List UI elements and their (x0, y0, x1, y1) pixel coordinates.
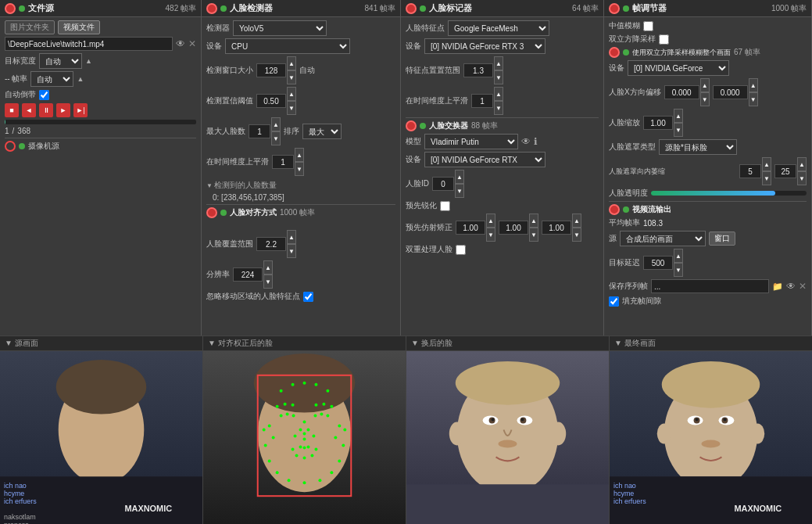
marker-feature-up[interactable]: ▲ (494, 56, 503, 70)
detector-threshold-input[interactable] (256, 94, 286, 108)
align-coverage-input[interactable] (256, 237, 286, 251)
marker-power-btn[interactable] (406, 3, 417, 14)
adjuster-offsety-down[interactable]: ▼ (749, 92, 758, 106)
adjuster-facescale-up[interactable]: ▲ (674, 109, 683, 123)
exchanger-morph1-input[interactable] (456, 221, 485, 235)
adjuster-erode-up[interactable]: ▲ (762, 157, 771, 171)
source-autoloop-checkbox[interactable] (39, 90, 49, 100)
detector-threshold-up[interactable]: ▲ (287, 87, 296, 101)
align-resolution-up[interactable]: ▲ (263, 260, 273, 275)
align-resolution-down[interactable]: ▼ (263, 275, 273, 289)
detector-power-btn[interactable] (206, 3, 217, 14)
marker-feature-input[interactable] (463, 63, 493, 77)
exchanger-power-btn[interactable] (406, 120, 417, 131)
exchanger-info-icon[interactable]: ℹ (534, 136, 538, 147)
stream-power-btn[interactable] (609, 204, 620, 215)
align-ignore-checkbox[interactable] (303, 292, 313, 302)
adjuster-masktype-select[interactable]: 源脸*目标脸 (659, 139, 737, 155)
align-coverage-up[interactable]: ▲ (287, 230, 296, 244)
adjuster-facescale-down[interactable]: ▼ (674, 123, 683, 137)
adjuster-erode-down[interactable]: ▼ (762, 171, 771, 185)
source-tab-images[interactable]: 图片文件夹 (5, 20, 55, 34)
adjuster-blur-input[interactable] (774, 164, 796, 178)
adjuster-power-btn[interactable] (609, 3, 620, 14)
source-eye-icon[interactable]: 👁 (176, 38, 185, 49)
detector-maxfaces-input[interactable] (249, 124, 270, 138)
align-coverage-down[interactable]: ▼ (287, 244, 296, 258)
exchanger-morph2-up[interactable]: ▲ (529, 214, 538, 228)
exchanger-morph3-input[interactable] (542, 221, 571, 235)
adjuster-device-select[interactable]: [0] NVIDIA GeForce (628, 60, 729, 76)
detector-device-select[interactable]: CPU (225, 38, 350, 54)
adjuster-offsetx-down[interactable]: ▼ (700, 92, 710, 106)
exchanger-morph2-down[interactable]: ▼ (529, 228, 538, 242)
stream-window-btn[interactable]: 窗口 (709, 231, 735, 246)
source-tab-video[interactable]: 视频文件 (58, 20, 100, 34)
stream-fillgaps-checkbox[interactable] (609, 296, 619, 307)
exchanger-sharpen-checkbox[interactable] (440, 201, 450, 211)
exchanger-faceid-up[interactable]: ▲ (455, 170, 464, 184)
marker-landmark-select[interactable]: Google FaceMesh (448, 20, 549, 36)
align-power-btn[interactable] (206, 207, 217, 218)
detector-count-section[interactable]: 检测到的人脸数量 (206, 178, 395, 192)
exchanger-morph3-up[interactable]: ▲ (572, 214, 581, 228)
source-power-btn[interactable] (5, 3, 16, 14)
detector-threshold-down[interactable]: ▼ (287, 101, 296, 115)
adjuster-bilateral-checkbox[interactable] (659, 34, 669, 45)
marker-feature-down[interactable]: ▼ (494, 70, 503, 84)
source-close-icon[interactable]: ✕ (188, 38, 196, 49)
adjuster-median-checkbox[interactable] (643, 21, 653, 31)
detector-select[interactable]: YoloV5 (233, 20, 327, 36)
exchanger-faceid-input[interactable] (432, 177, 454, 191)
source-btn-play[interactable]: ► (56, 103, 70, 117)
marker-device-select[interactable]: [0] NVIDIA GeForce RTX 3 (424, 38, 546, 54)
exchanger-faceid-down[interactable]: ▼ (455, 184, 464, 198)
stream-folder-icon[interactable]: 📁 (772, 282, 783, 292)
exchanger-morph3-down[interactable]: ▼ (572, 228, 581, 242)
source-target-width-select[interactable]: 自动 (39, 53, 82, 69)
detector-sort-select[interactable]: 最大 (302, 124, 342, 139)
source-btn-prev[interactable]: ◄ (22, 103, 36, 117)
adjuster-erode-input[interactable] (739, 164, 761, 178)
stream-source-select[interactable]: 合成后的画面 (620, 231, 706, 246)
exchanger-dual-checkbox[interactable] (456, 245, 466, 255)
stream-delay-down[interactable]: ▼ (674, 263, 683, 277)
adjuster-opacity-slider[interactable] (651, 191, 807, 196)
source-btn-stop[interactable]: ■ (5, 103, 19, 117)
exchanger-eye-icon[interactable]: 👁 (521, 136, 531, 147)
source-progress-bar[interactable] (5, 120, 196, 124)
stream-delay-up[interactable]: ▲ (674, 249, 683, 263)
marker-smooth-input[interactable] (471, 94, 493, 108)
detector-smooth-input[interactable] (272, 155, 294, 169)
stream-delay-input[interactable] (643, 256, 673, 270)
camera-power-btn[interactable] (5, 141, 16, 152)
stream-savepath-input[interactable] (651, 279, 769, 293)
source-fps-select[interactable]: 自动 (30, 71, 73, 87)
exchanger-device-select[interactable]: [0] NVIDIA GeForce RTX (424, 152, 546, 167)
exchanger-morph2-input[interactable] (499, 221, 528, 235)
adjuster-blur-up[interactable]: ▲ (797, 157, 807, 171)
stream-close-icon[interactable]: ✕ (799, 281, 807, 292)
stream-eye-icon[interactable]: 👁 (786, 281, 796, 292)
detector-smooth-up[interactable]: ▲ (295, 148, 304, 162)
detector-window-down[interactable]: ▼ (287, 70, 296, 84)
marker-smooth-up[interactable]: ▲ (494, 87, 503, 101)
detector-window-input[interactable] (256, 63, 286, 77)
detector-maxfaces-up[interactable]: ▲ (271, 117, 281, 131)
adjuster-blur-down[interactable]: ▼ (797, 171, 807, 185)
source-btn-pause[interactable]: ⏸ (39, 103, 53, 117)
detector-window-up[interactable]: ▲ (287, 56, 296, 70)
exchanger-morph1-down[interactable]: ▼ (486, 228, 495, 242)
exchanger-morph1-up[interactable]: ▲ (486, 214, 495, 228)
exchanger-model-select[interactable]: Vladimir Putin (424, 134, 518, 149)
marker-smooth-down[interactable]: ▼ (494, 101, 503, 115)
subsection-power-btn[interactable] (609, 47, 620, 58)
adjuster-offsety-input[interactable] (713, 85, 748, 99)
adjuster-facescale-input[interactable] (643, 116, 673, 130)
align-resolution-input[interactable] (233, 267, 263, 282)
detector-smooth-down[interactable]: ▼ (295, 162, 304, 176)
adjuster-offsetx-up[interactable]: ▲ (700, 78, 710, 92)
source-file-path[interactable] (5, 37, 173, 51)
adjuster-offsetx-input[interactable] (664, 85, 699, 99)
adjuster-offsety-up[interactable]: ▲ (749, 78, 758, 92)
